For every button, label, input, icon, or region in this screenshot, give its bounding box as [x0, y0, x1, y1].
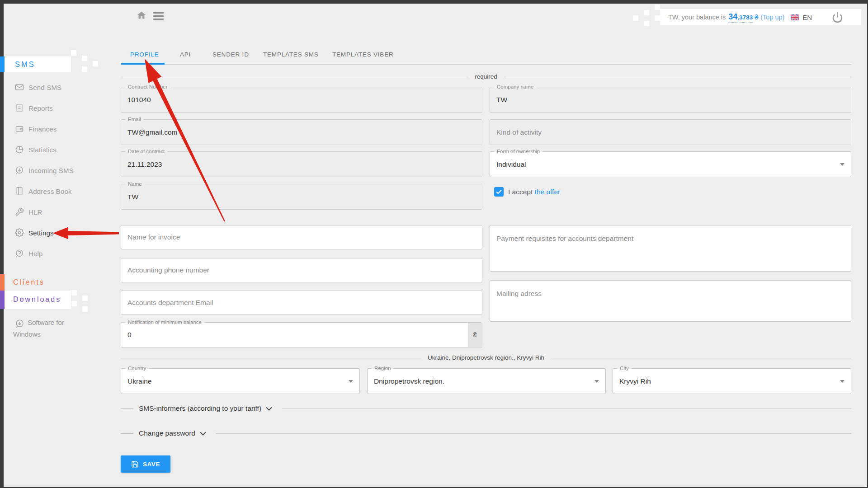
save-button[interactable]: SAVE	[121, 455, 170, 473]
sidebar-item-address-book[interactable]: Address Book	[15, 186, 72, 197]
tab-profile[interactable]: PROFILE	[130, 51, 159, 58]
mailing-address-textarea[interactable]: Mailing adress	[490, 280, 851, 322]
tab-templates-sms[interactable]: TEMPLATES SMS	[263, 51, 319, 58]
pixel-decoration	[644, 10, 649, 15]
company-name-field: Company name TW	[490, 87, 851, 113]
wallet-icon	[15, 124, 24, 133]
sidebar-item-statistics[interactable]: Statistics	[15, 144, 57, 155]
contract-number-field: Contract Number 101040	[121, 87, 482, 113]
balance-card: TW, your balance is 34,3783 ₴ (Top up) E…	[660, 9, 861, 25]
clients-accent-bar	[0, 274, 5, 291]
pixel-decoration	[71, 290, 77, 296]
tab-api[interactable]: API	[180, 51, 191, 58]
accounting-phone-input[interactable]: Accounting phone number	[121, 258, 482, 282]
logout-power-button[interactable]	[832, 12, 843, 23]
tab-sender-id[interactable]: SENDER ID	[212, 51, 249, 58]
tab-templates-viber[interactable]: TEMPLATES VIBER	[332, 51, 394, 58]
currency-symbol: ₴	[755, 14, 758, 21]
active-tab-underline	[121, 63, 165, 65]
power-icon	[832, 12, 843, 23]
pixel-decoration	[82, 306, 88, 312]
currency-suffix: ₴	[468, 323, 482, 347]
accounts-email-input[interactable]: Accounts department Email	[121, 291, 482, 315]
arrow-to-settings-item	[53, 227, 119, 239]
form-of-ownership-select[interactable]: Form of ownership Individual	[490, 151, 851, 177]
pixel-decoration	[93, 61, 98, 66]
chevron-down-icon	[200, 432, 206, 436]
home-icon[interactable]	[137, 10, 146, 22]
sidebar-section-downloads[interactable]: Downloads	[13, 296, 61, 304]
kind-of-activity-field[interactable]: Kind of activity	[490, 119, 851, 145]
chevron-down-icon	[594, 380, 599, 383]
sidebar-item-send-sms[interactable]: Send SMS	[15, 82, 61, 93]
document-icon	[15, 103, 24, 113]
balance-amount[interactable]: 34,3783	[728, 12, 753, 23]
chevron-down-icon	[840, 163, 844, 166]
wrench-icon	[15, 207, 24, 216]
region-select[interactable]: Region Dnipropetrovsk region.	[367, 368, 606, 394]
offer-link[interactable]: the offer	[535, 188, 561, 196]
accept-offer-checkbox[interactable]	[494, 187, 504, 197]
payment-requisites-textarea[interactable]: Payment requisites for accounts departme…	[490, 225, 851, 272]
pixel-decoration	[644, 21, 649, 26]
min-balance-input[interactable]: Notification of minimum balance 0 ₴	[121, 322, 482, 347]
sidebar-item-incoming-sms[interactable]: Incoming SMS	[15, 165, 74, 176]
accept-offer-label: I accept the offer	[508, 188, 560, 196]
help-icon	[15, 249, 24, 258]
incoming-message-icon	[15, 166, 24, 175]
sidebar-item-reports[interactable]: Reports	[15, 103, 53, 113]
required-divider: required	[121, 77, 851, 77]
gear-icon	[15, 228, 24, 237]
check-icon	[496, 189, 502, 194]
downloads-accent-bar	[0, 291, 5, 309]
pixel-decoration	[82, 56, 87, 61]
required-label: required	[468, 73, 504, 80]
country-select[interactable]: Country Ukraine	[121, 368, 360, 394]
chevron-down-icon	[349, 380, 353, 383]
pie-chart-icon	[15, 145, 24, 154]
pixel-decoration	[82, 296, 88, 301]
pixel-decoration	[655, 15, 660, 21]
uk-flag-icon	[791, 14, 799, 20]
tab-divider	[121, 64, 851, 65]
chevron-down-icon	[266, 407, 272, 411]
change-password-section[interactable]: Change password	[121, 428, 851, 438]
pixel-decoration	[71, 50, 76, 56]
sms-accent-bar	[0, 56, 5, 72]
save-floppy-icon	[131, 460, 139, 468]
date-of-contract-field: Date of contract 21.11.2023	[121, 151, 482, 177]
envelope-icon	[15, 83, 24, 92]
location-divider: Ukraine, Dnipropetrovsk region., Kryvyi …	[121, 358, 851, 358]
sidebar-item-hlr[interactable]: HLR	[15, 206, 42, 217]
sidebar-item-finances[interactable]: Finances	[15, 123, 57, 134]
hamburger-icon[interactable]	[153, 12, 164, 22]
pixel-decoration	[633, 15, 638, 21]
language-selector[interactable]: EN	[791, 14, 812, 21]
sms-informers-section[interactable]: SMS-informers (according to your tariff)	[121, 404, 851, 413]
sidebar-item-settings[interactable]: Settings	[15, 227, 54, 238]
pixel-decoration	[71, 301, 77, 306]
balance-prefix: TW, your balance is	[668, 14, 726, 21]
chevron-down-icon	[840, 380, 844, 383]
name-field: Name TW	[121, 184, 482, 210]
location-summary: Ukraine, Dnipropetrovsk region., Kryvyi …	[421, 354, 551, 361]
name-for-invoice-input[interactable]: Name for invoice	[121, 225, 482, 249]
language-code: EN	[802, 14, 812, 21]
pixel-decoration	[655, 5, 660, 10]
pixel-decoration	[82, 66, 87, 72]
top-up-link[interactable]: (Top up)	[760, 14, 784, 21]
sidebar-item-software-for-windows[interactable]: Software for Windows	[13, 317, 81, 340]
email-field: Email TW@gmail.com	[121, 119, 482, 145]
sidebar-section-clients[interactable]: Clients	[13, 278, 45, 286]
city-select[interactable]: City Kryvyi Rih	[613, 368, 851, 394]
sidebar-item-help[interactable]: Help	[15, 248, 43, 259]
address-book-icon	[15, 187, 24, 196]
sidebar-brand-sms[interactable]: SMS	[15, 60, 35, 69]
